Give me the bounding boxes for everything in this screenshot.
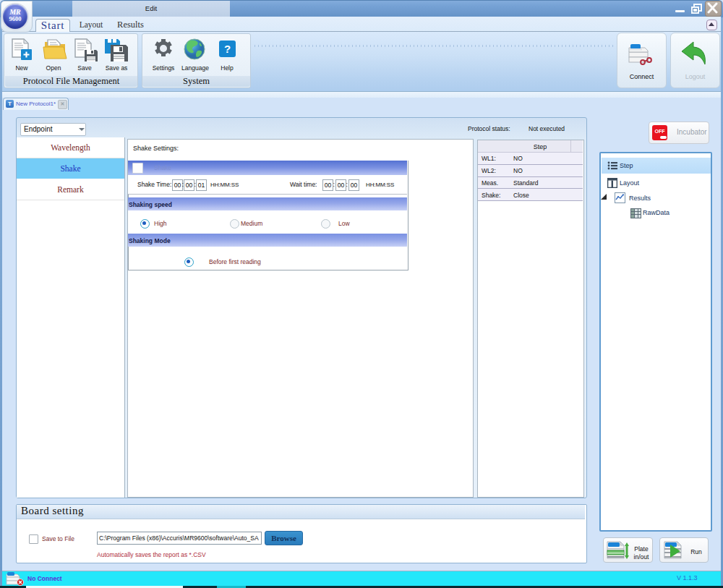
svg-text:?: ? [224,43,231,55]
